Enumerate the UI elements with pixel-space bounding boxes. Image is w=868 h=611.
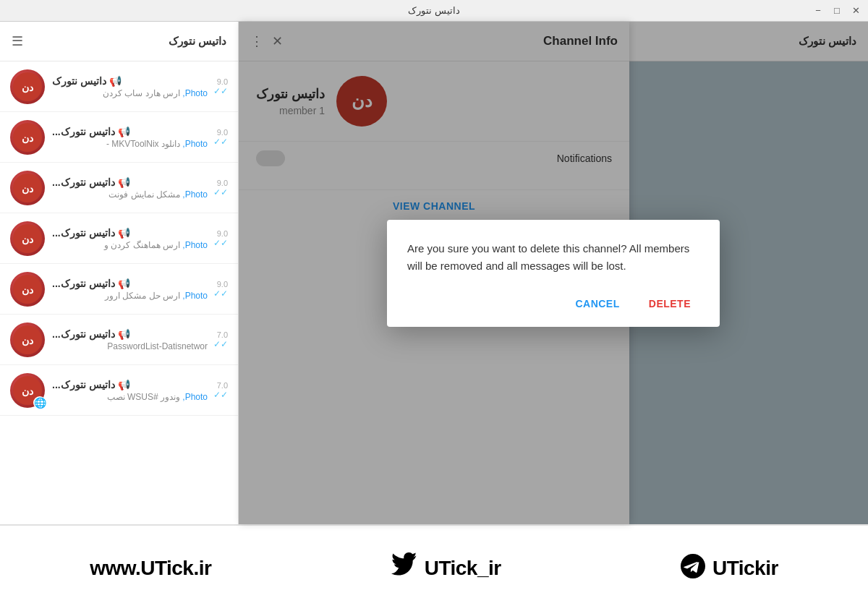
maximize-button[interactable]: □ (830, 4, 843, 17)
svg-text:دن: دن (22, 82, 33, 93)
main-content: 🔍 ⊞ ⋮ داتیس نتورک ⋮ ✕ Channel Info داتیس… (239, 22, 868, 524)
delete-button[interactable]: DELETE (640, 292, 699, 315)
avatar: دن (10, 171, 45, 205)
chat-time: 9.0 (217, 128, 228, 137)
preview-blue: Photo, (182, 392, 208, 402)
megaphone-icon: 📢 (118, 176, 130, 188)
svg-text:دن: دن (22, 234, 33, 245)
preview-blue: Photo, (182, 189, 208, 200)
chat-meta: 7.0 ✓✓ (213, 381, 228, 400)
chat-preview: Photo, دانلود MKVToolNix - (52, 139, 208, 149)
delete-confirmation-dialog: Are you sure you want to delete this cha… (387, 220, 720, 327)
chat-info: 📢 داتیس نتورک... Photo, وندور #WSUS نصب (52, 379, 208, 402)
app-container: ☰ داتیس نتورک دن 📢 داتیس نتورک Photo, ار… (0, 22, 868, 524)
chat-time: 9.0 (217, 179, 228, 187)
avatar: دن (10, 69, 45, 104)
chat-meta: 9.0 ✓✓ (213, 280, 228, 299)
megaphone-icon: 📢 (118, 278, 130, 289)
chat-time: 7.0 (217, 381, 228, 390)
titlebar: داتیس نتورک − □ ✕ (0, 0, 868, 22)
avatar: دن (10, 120, 45, 155)
double-check-icon: ✓✓ (213, 339, 228, 349)
megaphone-icon: 📢 (118, 126, 130, 137)
chat-info: 📢 داتیس نتورک... Photo, مشکل نمایش فونت (52, 176, 208, 200)
svg-text:دن: دن (22, 183, 33, 195)
chat-name: 📢 داتیس نتورک... (52, 227, 208, 239)
double-check-icon: ✓✓ (213, 238, 228, 248)
titlebar-title: داتیس نتورک (408, 5, 460, 16)
svg-text:دن: دن (22, 335, 33, 346)
double-check-icon: ✓✓ (213, 187, 228, 197)
double-check-icon: ✓✓ (213, 86, 228, 96)
sidebar-header: ☰ داتیس نتورک (0, 22, 238, 61)
footer-website-text: www.UTick.ir (90, 557, 211, 580)
chat-preview: Photo, ارس هماهنگ کردن و (52, 240, 208, 250)
sidebar-title: داتیس نتورک (32, 35, 226, 48)
sidebar: ☰ داتیس نتورک دن 📢 داتیس نتورک Photo, ار… (0, 22, 239, 524)
footer-website: www.UTick.ir (90, 557, 211, 580)
chat-name: 📢 داتیس نتورک... (52, 126, 208, 137)
list-item[interactable]: دن 📢 داتیس نتورک... Photo, دانلود MKVToo… (0, 112, 238, 163)
hamburger-icon[interactable]: ☰ (12, 33, 23, 49)
double-check-icon: ✓✓ (213, 289, 228, 299)
list-item[interactable]: دن 📢 داتیس نتورک... Photo, مشکل نمایش فو… (0, 163, 238, 213)
svg-text:دن: دن (22, 284, 33, 296)
cancel-button[interactable]: CANCEL (566, 292, 628, 315)
chat-meta: 9.0 ✓✓ (213, 179, 228, 197)
twitter-icon (391, 552, 417, 584)
list-item[interactable]: دن 📢 داتیس نتورک Photo, ارس هارد ساب کرد… (0, 61, 238, 112)
chat-list: دن 📢 داتیس نتورک Photo, ارس هارد ساب کرد… (0, 61, 238, 524)
dialog-overlay: Are you sure you want to delete this cha… (239, 22, 868, 524)
chat-info: 📢 داتیس نتورک... Photo, دانلود MKVToolNi… (52, 126, 208, 149)
avatar: دن (10, 322, 45, 357)
megaphone-icon: 📢 (118, 328, 130, 340)
chat-name: 📢 داتیس نتورک... (52, 379, 208, 390)
chat-meta: 9.0 ✓✓ (213, 77, 228, 96)
list-item[interactable]: دن 📢 داتیس نتورک... Photo, ارس هماهنگ کر… (0, 213, 238, 264)
chat-preview: Photo, ارس هارد ساب کردن (52, 88, 208, 98)
chat-time: 7.0 (217, 330, 228, 339)
chat-name: 📢 داتیس نتورک (52, 75, 208, 87)
double-check-icon: ✓✓ (213, 390, 228, 400)
chat-preview: Photo, ارس حل مشکل ارور (52, 291, 208, 301)
preview-blue: Photo, (182, 88, 208, 98)
minimize-button[interactable]: − (812, 4, 825, 17)
list-item[interactable]: دن 📢 داتیس نتورک... Photo, ارس حل مشکل ا… (0, 264, 238, 315)
footer-twitter: UTick_ir (391, 552, 501, 584)
preview-blue: Photo, (182, 291, 208, 301)
chat-time: 9.0 (217, 77, 228, 86)
megaphone-icon: 📢 (118, 379, 130, 390)
double-check-icon: ✓✓ (213, 137, 228, 147)
chat-meta: 9.0 ✓✓ (213, 229, 228, 248)
preview-blue: Photo, (182, 139, 208, 149)
telegram-icon (681, 554, 705, 584)
preview-blue: Photo, (182, 240, 208, 250)
footer-telegram-handle: UTickir (712, 557, 778, 580)
chat-preview: Photo, وندور #WSUS نصب (52, 392, 208, 402)
megaphone-icon: 📢 (109, 75, 122, 87)
list-item[interactable]: دن 🌐 📢 داتیس نتورک... Photo, وندور #WSUS… (0, 365, 238, 416)
chat-info: 📢 داتیس نتورک... Photo, ارس هماهنگ کردن … (52, 227, 208, 250)
chat-name: 📢 داتیس نتورک... (52, 278, 208, 289)
megaphone-icon: 📢 (118, 227, 130, 239)
titlebar-controls: − □ ✕ (812, 4, 862, 17)
dialog-message: Are you sure you want to delete this cha… (407, 240, 699, 275)
list-item[interactable]: دن 📢 داتیس نتورک... PasswordList-Datisne… (0, 315, 238, 365)
avatar: دن 🌐 (10, 373, 45, 408)
chat-name: 📢 داتیس نتورک... (52, 176, 208, 188)
chat-preview: PasswordList-Datisnetwor (52, 341, 208, 351)
svg-text:دن: دن (22, 385, 33, 397)
footer-telegram: UTickir (681, 554, 778, 584)
avatar: دن (10, 272, 45, 307)
footer-twitter-handle: UTick_ir (425, 557, 501, 580)
chat-info: 📢 داتیس نتورک... PasswordList-Datisnetwo… (52, 328, 208, 351)
chat-info: 📢 داتیس نتورک... Photo, ارس حل مشکل ارور (52, 278, 208, 301)
chat-name: 📢 داتیس نتورک... (52, 328, 208, 340)
chat-meta: 7.0 ✓✓ (213, 330, 228, 349)
chat-time: 9.0 (217, 229, 228, 238)
chat-meta: 9.0 ✓✓ (213, 128, 228, 147)
chat-preview: Photo, مشکل نمایش فونت (52, 189, 208, 200)
avatar: دن (10, 221, 45, 256)
close-button[interactable]: ✕ (849, 4, 862, 17)
chat-time: 9.0 (217, 280, 228, 289)
